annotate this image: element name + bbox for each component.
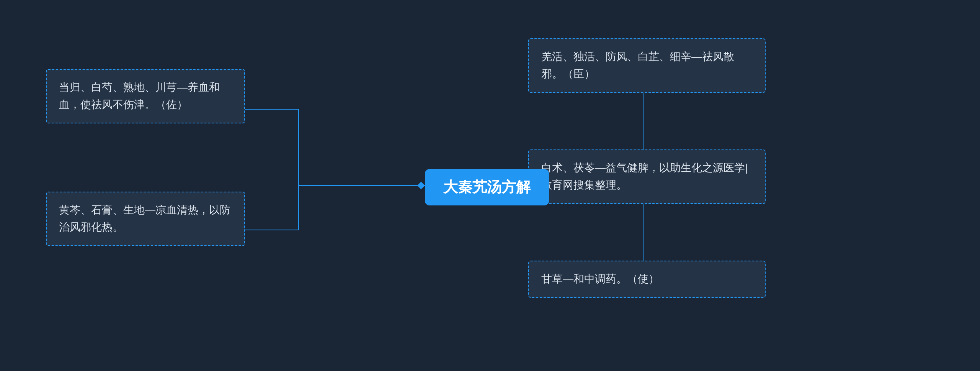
node-right-top: 羌活、独活、防风、白芷、细辛—祛风散邪。（臣） — [528, 38, 766, 93]
node-right-mid: 白术、茯苓—益气健脾，以助生化之源医学|教育网搜集整理。 — [528, 149, 766, 204]
node-right-bot: 甘草—和中调药。（使） — [528, 261, 766, 298]
mind-map-container: 大秦艽汤方解 当归、白芍、熟地、川芎—养血和血，使祛风不伤津。（佐） 黄芩、石膏… — [0, 0, 980, 371]
center-node: 大秦艽汤方解 — [425, 169, 549, 205]
svg-marker-11 — [417, 182, 425, 189]
node-left-bottom: 黄芩、石膏、生地—凉血清热，以防治风邪化热。 — [46, 192, 245, 246]
node-left-top: 当归、白芍、熟地、川芎—养血和血，使祛风不伤津。（佐） — [46, 69, 245, 123]
